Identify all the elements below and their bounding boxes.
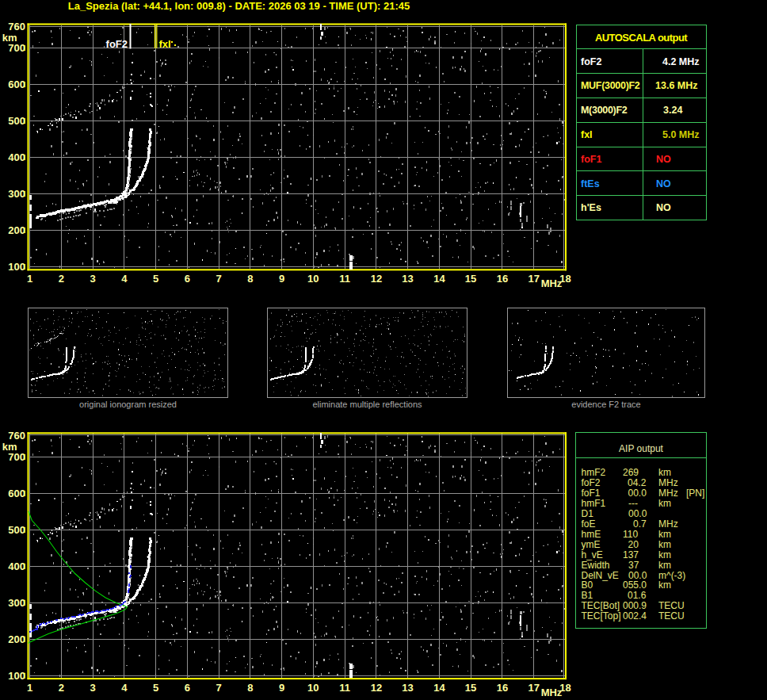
svg-text:MHz: MHz: [658, 477, 678, 488]
svg-text:[PN]: [PN]: [686, 488, 704, 499]
svg-text:foF1: foF1: [581, 154, 601, 165]
svg-text:11: 11: [339, 682, 350, 694]
svg-text:700: 700: [8, 42, 25, 54]
svg-text:16: 16: [497, 682, 508, 694]
svg-text:6: 6: [185, 273, 190, 285]
svg-text:5.0 MHz: 5.0 MHz: [662, 129, 700, 140]
svg-text:km: km: [658, 467, 671, 478]
svg-text:055.0: 055.0: [623, 580, 647, 591]
svg-text:14: 14: [433, 273, 445, 285]
svg-text:00.0: 00.0: [628, 488, 647, 499]
svg-text:200: 200: [8, 633, 25, 645]
svg-text:foF1: foF1: [582, 488, 601, 499]
svg-text:500: 500: [8, 115, 25, 127]
svg-text:6: 6: [185, 682, 190, 694]
svg-text:Ewidth: Ewidth: [582, 560, 610, 571]
svg-text:5: 5: [153, 273, 158, 285]
svg-text:km: km: [2, 441, 17, 453]
svg-text:km: km: [658, 549, 671, 560]
svg-text:3.24: 3.24: [663, 105, 682, 116]
svg-text:TEC[Bot]: TEC[Bot]: [582, 600, 620, 611]
svg-text:MHz: MHz: [658, 518, 678, 530]
svg-text:AIP output: AIP output: [619, 443, 663, 454]
svg-text:0.7: 0.7: [633, 518, 647, 530]
svg-text:4: 4: [121, 273, 128, 285]
svg-text:foF2: foF2: [106, 38, 128, 50]
svg-text:TEC[Top]: TEC[Top]: [582, 610, 621, 622]
svg-text:9: 9: [279, 682, 284, 694]
svg-text:2: 2: [59, 273, 64, 285]
svg-text:14: 14: [433, 682, 445, 694]
svg-text:---: ---: [628, 498, 638, 509]
svg-text:fxI: fxI: [159, 38, 171, 50]
svg-text:200: 200: [8, 224, 25, 236]
svg-text:km: km: [2, 32, 17, 44]
svg-text:15: 15: [465, 273, 476, 285]
svg-text:17: 17: [528, 273, 539, 285]
svg-text:1: 1: [27, 682, 32, 694]
svg-text:original ionogram resized: original ionogram resized: [79, 400, 177, 409]
svg-text:hmF1: hmF1: [582, 498, 606, 509]
svg-text:000.9: 000.9: [623, 600, 647, 611]
svg-text:AUTOSCALA output: AUTOSCALA output: [595, 32, 688, 44]
svg-text:M(3000)F2: M(3000)F2: [581, 105, 628, 116]
svg-text:8: 8: [247, 682, 253, 694]
svg-text:4: 4: [121, 682, 128, 694]
svg-text:foF2: foF2: [581, 56, 601, 67]
svg-text:h_vE: h_vE: [582, 549, 603, 560]
svg-text:8: 8: [247, 273, 253, 285]
svg-text:760: 760: [8, 430, 25, 442]
svg-text:hmE: hmE: [582, 529, 601, 540]
svg-text:m^(-3): m^(-3): [658, 570, 685, 581]
svg-text:fxI: fxI: [581, 129, 593, 140]
svg-text:hmF2: hmF2: [582, 467, 606, 478]
svg-text:12: 12: [371, 682, 382, 694]
svg-text:D1: D1: [582, 508, 594, 519]
svg-text:foE: foE: [582, 518, 596, 530]
svg-text:1: 1: [27, 273, 32, 285]
svg-text:500: 500: [8, 524, 25, 536]
svg-text:foF2: foF2: [582, 477, 601, 488]
svg-text:10: 10: [307, 273, 319, 285]
svg-text:600: 600: [8, 78, 25, 90]
svg-text:MUF(3000)F2: MUF(3000)F2: [581, 80, 640, 91]
svg-text:eliminate multiple reflections: eliminate multiple reflections: [312, 400, 422, 409]
svg-text:04.2: 04.2: [628, 477, 647, 488]
svg-text:B1: B1: [582, 590, 593, 601]
svg-text:760: 760: [8, 21, 25, 33]
svg-text:TECU: TECU: [658, 610, 685, 622]
svg-text:00.0: 00.0: [628, 570, 647, 581]
svg-text:110: 110: [623, 529, 638, 540]
svg-text:7: 7: [216, 682, 221, 694]
svg-text:15: 15: [465, 682, 476, 694]
svg-text:NO: NO: [656, 202, 671, 213]
svg-text:km: km: [658, 539, 671, 550]
svg-text:400: 400: [8, 151, 25, 163]
svg-text:137: 137: [623, 549, 639, 560]
svg-text:5: 5: [153, 682, 158, 694]
svg-text:MHz: MHz: [541, 687, 563, 698]
svg-text:100: 100: [8, 670, 25, 682]
svg-text:20: 20: [628, 539, 639, 550]
svg-text:37: 37: [628, 560, 639, 571]
svg-text:10: 10: [307, 682, 319, 694]
svg-text:km: km: [658, 529, 671, 540]
svg-text:La_Spezia (lat: +44.1, lon: 00: La_Spezia (lat: +44.1, lon: 009.8) - DAT…: [68, 0, 410, 12]
svg-text:16: 16: [497, 273, 508, 285]
svg-text:MHz: MHz: [541, 277, 563, 289]
svg-text:600: 600: [8, 488, 25, 499]
svg-text:km: km: [658, 498, 671, 509]
svg-text:ftEs: ftEs: [581, 178, 600, 189]
svg-text:3: 3: [90, 682, 95, 694]
svg-text:12: 12: [371, 273, 382, 285]
svg-text:km: km: [658, 560, 671, 571]
svg-text:NO: NO: [656, 178, 671, 189]
svg-text:DelN_vE: DelN_vE: [582, 570, 619, 581]
svg-text:700: 700: [8, 451, 25, 463]
svg-text:17: 17: [528, 682, 539, 694]
svg-text:269: 269: [623, 467, 639, 478]
svg-text:11: 11: [339, 273, 350, 285]
svg-text:NO: NO: [656, 154, 671, 165]
svg-text:km: km: [658, 580, 671, 591]
svg-text:evidence F2 trace: evidence F2 trace: [571, 400, 640, 409]
